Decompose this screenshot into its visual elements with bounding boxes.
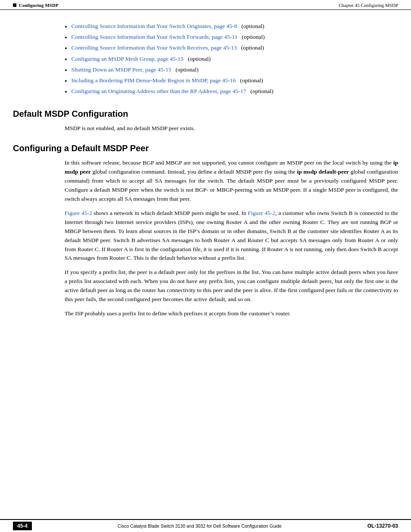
list-item: Configuring an MSDP Mesh Group, page 45-… <box>65 56 398 64</box>
header-left-label: Configuring MSDP <box>19 3 58 8</box>
list-item: Configuring an Originating Address other… <box>65 88 398 96</box>
footer-center-text: Cisco Catalyst Blade Switch 3130 and 303… <box>32 523 367 529</box>
header-right: Chapter 45 Configuring MSDP <box>339 3 398 8</box>
section1-heading: Default MSDP Configuration <box>13 109 398 119</box>
header-left: Configuring MSDP <box>13 3 58 8</box>
figure-link-1[interactable]: Figure 45-2 <box>65 210 92 216</box>
footer-page-label: 45-4 <box>13 522 32 530</box>
bullet-list: Controlling Source Information that Your… <box>65 23 398 96</box>
section2-heading: Configuring a Default MSDP Peer <box>13 143 398 153</box>
section2-paragraph-3: The ISP probably uses a prefix list to d… <box>65 309 398 318</box>
figure-link-2[interactable]: Figure 45-2 <box>248 210 275 216</box>
section1-paragraph: MSDP is not enabled, and no default MSDP… <box>65 124 398 133</box>
header-bullet-icon <box>13 3 16 7</box>
list-item: Shutting Down an MSDP Peer, page 45-15 (… <box>65 66 398 75</box>
page-container: Configuring MSDP Chapter 45 Configuring … <box>0 0 411 532</box>
footer-right-text: OL-13270-03 <box>367 523 398 529</box>
list-item: Controlling Source Information that Your… <box>65 44 398 53</box>
section2-paragraphs: In this software release, because BGP an… <box>13 159 398 318</box>
page-footer: 45-4 Cisco Catalyst Blade Switch 3130 an… <box>0 519 411 532</box>
header-right-text: Chapter 45 Configuring MSDP <box>339 3 398 8</box>
section2-paragraph-2: If you specify a prefix list, the peer i… <box>65 268 398 304</box>
content-area: Controlling Source Information that Your… <box>0 10 411 358</box>
list-item: Including a Bordering PIM Dense-Mode Reg… <box>65 77 398 85</box>
list-item: Controlling Source Information that Your… <box>65 34 398 42</box>
section2-paragraph-1: Figure 45-2 shows a network in which def… <box>65 209 398 263</box>
page-header: Configuring MSDP Chapter 45 Configuring … <box>0 0 411 10</box>
list-item: Controlling Source Information that Your… <box>65 23 398 31</box>
section2-paragraph-0: In this software release, because BGP an… <box>65 159 398 204</box>
